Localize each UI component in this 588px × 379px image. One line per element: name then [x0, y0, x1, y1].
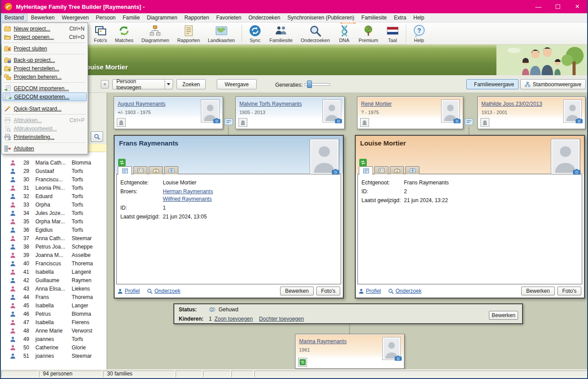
add-person-button[interactable]: Persoon toevoegen [112, 79, 173, 89]
person-row[interactable]: 43Anna Elisa...Liekens [1, 284, 106, 293]
person-row[interactable]: 38Petrus Joa...Scheppe [1, 242, 106, 251]
person-row[interactable]: 49joannesTorfs [1, 335, 106, 343]
person-name-link[interactable]: Malvine Torfs Raymenants [239, 101, 302, 107]
tab-photos[interactable] [164, 166, 178, 174]
relative-link[interactable]: Wilfried Raymenants [163, 196, 212, 202]
menu-familie[interactable]: Familie [119, 14, 143, 22]
tab-info[interactable] [118, 166, 132, 175]
search-button[interactable]: Zoeken [177, 79, 206, 89]
person-row[interactable]: 40FranciscusThorema [1, 259, 106, 268]
edit-button[interactable]: Bewerken [521, 287, 554, 295]
file-menu-item-project-openen[interactable]: Project openen...Ctrl+O [2, 33, 88, 41]
couple-link-icon[interactable] [465, 119, 473, 125]
person-row[interactable]: 32EduardTorfs [1, 192, 106, 200]
photo-placeholder[interactable] [441, 100, 460, 123]
camera-icon[interactable] [395, 356, 402, 361]
tab-photos[interactable] [405, 166, 419, 174]
menu-bestand[interactable]: Bestand [1, 14, 27, 22]
person-row[interactable]: 35Orpha Mar...Torfs [1, 217, 106, 226]
couple-link-icon[interactable] [224, 119, 233, 125]
camera-icon[interactable] [576, 118, 583, 123]
camera-icon[interactable] [213, 118, 220, 123]
generations-slider[interactable] [304, 81, 330, 87]
person-row[interactable]: 51joannesSteemar [1, 352, 106, 360]
person-name-link[interactable]: René Mortier [361, 101, 392, 107]
toolbar-matches[interactable]: Matches [111, 23, 138, 44]
person-row[interactable]: 41IsabellaLangeré [1, 268, 106, 276]
menu-extra[interactable]: Extra [390, 14, 410, 22]
add-daughter-link[interactable]: Dochter toevoegen [259, 316, 304, 322]
person-row[interactable]: 46PetrusBlomma [1, 310, 106, 318]
menu-weergeven[interactable]: Weergeven [58, 14, 92, 22]
file-menu-item-printerinstelling[interactable]: Printerinstelling... [2, 133, 88, 141]
toolbar-landkaarten[interactable]: Landkaarten [204, 23, 239, 44]
toolbar-familiesite[interactable]: Familiesite [265, 23, 297, 44]
photo-placeholder[interactable] [201, 100, 219, 123]
relative-link[interactable]: Herman Raymenants [163, 188, 213, 195]
camera-icon[interactable] [335, 118, 342, 123]
person-row[interactable]: 47IsabellaFierens [1, 318, 106, 326]
toolbar-taal[interactable]: Taal [382, 23, 403, 44]
person-row[interactable]: 33OrphaTorfs [1, 200, 106, 209]
person-row[interactable]: 45IsabellaLanger [1, 301, 106, 310]
menu-persoon[interactable]: Persoon [92, 14, 119, 22]
person-row[interactable]: 29GustaafTorfs [1, 167, 106, 175]
add-person-dropdown[interactable] [165, 80, 173, 89]
photo-placeholder[interactable] [563, 100, 582, 123]
toolbar-diagrammen[interactable]: Diagrammen [137, 23, 173, 44]
profile-link[interactable]: Profiel [117, 288, 140, 294]
person-row[interactable]: 48Anne MarieVerworst [1, 326, 106, 335]
family-view-button[interactable]: Familieweergave [466, 79, 519, 89]
tab-facts[interactable] [374, 166, 388, 174]
photo-placeholder[interactable] [323, 100, 341, 123]
research-link[interactable]: Onderzoek [147, 288, 181, 294]
person-row[interactable]: 30Franciscu...Torfs [1, 175, 106, 184]
person-row[interactable]: 37Anna Cath...Steemar [1, 234, 106, 242]
add-son-link[interactable]: Zoon toevoegen [215, 316, 253, 322]
person-name-link[interactable]: Marina Raymenants [299, 338, 346, 345]
menu-favorieten[interactable]: Favorieten [213, 14, 245, 22]
toolbar-rapporten[interactable]: Rapporten [173, 23, 204, 44]
edit-button[interactable]: Bewerken [280, 287, 313, 295]
file-menu-item-project-sluiten[interactable]: Project sluiten [2, 44, 88, 53]
file-menu-item-back-up-project[interactable]: Back-up project... [2, 56, 88, 64]
file-menu-item-afsluiten[interactable]: Afsluiten [2, 144, 88, 153]
toolbar-onderzoeken[interactable]: Onderzoeken [297, 23, 334, 44]
tab-facts[interactable] [133, 166, 147, 174]
camera-icon[interactable] [573, 169, 580, 175]
person-row[interactable]: 44FransThorema [1, 293, 106, 301]
camera-icon[interactable] [332, 169, 339, 175]
toolbar-dna[interactable]: NieuwDNA [334, 23, 355, 44]
research-link[interactable]: Onderzoek [388, 288, 422, 294]
toolbar-sync[interactable]: Sync [245, 23, 265, 44]
person-row[interactable]: 28Maria Cath...Blomma [1, 158, 106, 167]
sidebar-search-button[interactable] [91, 131, 103, 142]
person-row[interactable]: 39Joanna M...Asselbe [1, 251, 106, 259]
view-button[interactable]: Weergave [217, 79, 257, 89]
person-row[interactable]: 36EgidiusTorfs [1, 226, 106, 234]
toolbar-foto-s[interactable]: Foto's [90, 23, 111, 44]
toolbar-help[interactable]: ?Help [409, 23, 430, 44]
tab-info[interactable] [359, 166, 373, 175]
tab-events[interactable] [149, 166, 163, 174]
photo-placeholder[interactable] [310, 139, 339, 174]
person-row[interactable]: 31Leonia Phi...Torfs [1, 184, 106, 192]
menu-familiesite[interactable]: Familiesite [358, 14, 390, 22]
profile-link[interactable]: Profiel [358, 288, 381, 294]
tree-view-button[interactable]: Stamboomweergave [520, 79, 586, 89]
edit-marriage-button[interactable]: Bewerken [489, 311, 518, 320]
file-menu-item-nieuw-project[interactable]: Nieuw project...Ctrl+N [2, 24, 88, 33]
tab-events[interactable] [390, 166, 404, 174]
menu-help[interactable]: Help [410, 14, 428, 22]
file-menu-item-quick-start-wizard[interactable]: Quick-Start wizard... [2, 104, 88, 113]
person-row[interactable]: 34Jules Joze...Torfs [1, 209, 106, 217]
collapse-sidebar-button[interactable]: < [101, 80, 109, 88]
person-name-link[interactable]: August Raymenants [118, 101, 165, 107]
photo-placeholder[interactable] [551, 139, 580, 174]
menu-rapporten[interactable]: Rapporten [181, 14, 213, 22]
toolbar-premium[interactable]: Premium [355, 23, 382, 44]
camera-icon[interactable] [453, 118, 461, 123]
menu-onderzoeken[interactable]: Onderzoeken [245, 14, 284, 22]
slider-handle[interactable] [307, 80, 312, 88]
photo-placeholder[interactable] [382, 337, 401, 360]
